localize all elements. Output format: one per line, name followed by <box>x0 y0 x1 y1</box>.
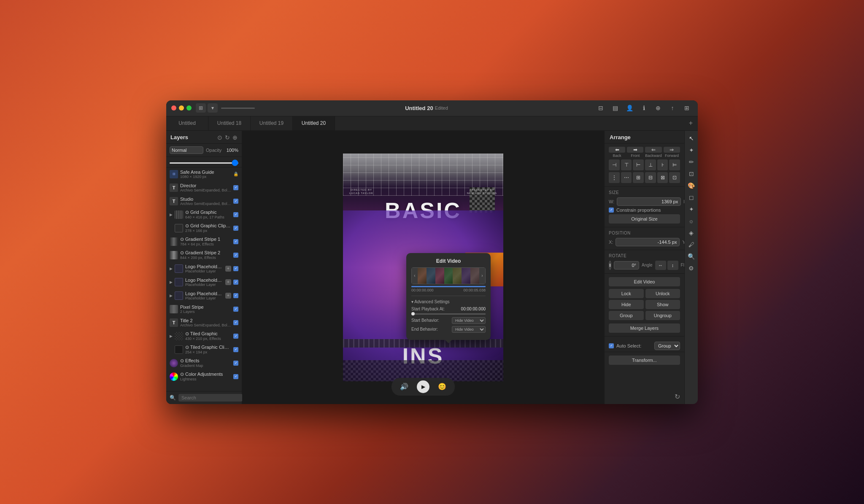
add-media-button[interactable]: ✦ <box>686 145 697 155</box>
expand-icon[interactable]: ▶ <box>170 280 173 284</box>
back-button[interactable]: ⬅ <box>609 147 625 153</box>
blend-mode-select[interactable]: Normal <box>170 146 203 154</box>
layer-item-color-adjustments[interactable]: ⊙ Color Adjustments Lightness ✓ <box>166 370 242 383</box>
merge-layers-button[interactable]: Merge Layers <box>609 323 680 333</box>
show-button[interactable]: Show <box>645 300 680 309</box>
arrow-tool-button[interactable]: ↖ <box>686 133 697 143</box>
erase-tool-button[interactable]: ◻ <box>686 192 697 202</box>
align-bottom-button[interactable]: ⊨ <box>669 159 680 170</box>
film-progress-bar[interactable] <box>411 286 486 287</box>
end-behavior-select[interactable]: Hide Video <box>452 326 486 333</box>
refresh-icon-button[interactable]: ↻ <box>670 389 684 404</box>
volume-button[interactable]: 🔊 <box>400 383 408 391</box>
flip-horizontal-button[interactable]: ↔ <box>655 261 666 270</box>
user-icon-button[interactable]: 👤 <box>624 103 635 113</box>
ungroup-button[interactable]: Ungroup <box>645 311 680 320</box>
layer-item-director[interactable]: T Director Archivo SemiExpanded, Bold...… <box>166 181 242 194</box>
export-icon-button[interactable]: ↑ <box>667 103 678 113</box>
dist-fill-button[interactable]: ⊟ <box>645 172 656 183</box>
view-options-button[interactable]: ▾ <box>208 103 218 113</box>
close-button[interactable] <box>171 105 176 111</box>
expand-icon[interactable]: ▶ <box>170 213 173 217</box>
film-prev-button[interactable]: ‹ <box>412 268 418 284</box>
dist-even-button[interactable]: ⊞ <box>633 172 644 183</box>
layers-filter-icon[interactable]: ⊙ <box>217 134 222 141</box>
width-input[interactable] <box>617 197 681 206</box>
film-next-button[interactable]: › <box>479 268 485 284</box>
layers-refresh-icon[interactable]: ↻ <box>225 134 230 141</box>
paint-tool-button[interactable]: 🎨 <box>686 181 697 191</box>
layer-item-pixel-stripe[interactable]: Pixel Stripe 2 Layers ✓ <box>166 302 242 316</box>
layer-item-safe-area[interactable]: ⊟ Safe Area Guide 1080 × 1920 px 🔒 <box>166 167 242 181</box>
layers-search-input[interactable] <box>178 394 243 402</box>
align-top-button[interactable]: ⊥ <box>645 159 656 170</box>
layer-item-grid-graphic[interactable]: ▶ ⊙ Grid Graphic 640 × 416 px, 17 Paths … <box>166 208 242 221</box>
layer-add-icon[interactable]: + <box>225 279 231 285</box>
layer-add-icon[interactable]: + <box>225 266 231 272</box>
forward-button[interactable]: ⇒ <box>664 147 680 153</box>
tab-untitled-18[interactable]: Untitled 18 <box>208 116 251 130</box>
playhead-slider[interactable] <box>411 313 486 315</box>
inspect-icon-button[interactable]: ▤ <box>609 103 621 113</box>
original-size-button[interactable]: Original Size <box>609 214 680 224</box>
layer-item-studio[interactable]: T Studio Archivo SemiExpanded, Bold... ✓ <box>166 194 242 208</box>
x-input[interactable] <box>616 238 680 246</box>
layer-item-effects[interactable]: ⊙ Effects Gradient Map ✓ <box>166 356 242 370</box>
info-icon-button[interactable]: ℹ <box>638 103 650 113</box>
play-button[interactable]: ▶ <box>417 380 429 393</box>
align-center-v-button[interactable]: ⊦ <box>657 159 668 170</box>
layer-item-grid-clipping[interactable]: ⊙ Grid Graphic Clipping... 278 × 166 px … <box>166 221 242 235</box>
tab-untitled-20[interactable]: Untitled 20 <box>293 116 335 130</box>
layer-item-logo-2[interactable]: ▶ Logo Placeholder 2... Placeholder Laye… <box>166 275 242 289</box>
layer-add-icon[interactable]: + <box>225 293 231 299</box>
layer-item-logo-3[interactable]: ▶ Logo Placeholder 3... Placeholder Laye… <box>166 289 242 302</box>
draw-tool-button[interactable]: ✏ <box>686 157 697 167</box>
align-right-button[interactable]: ⊢ <box>633 159 644 170</box>
front-button[interactable]: ➡ <box>627 147 643 153</box>
dist-h-button[interactable]: ⋮ <box>609 172 620 183</box>
expand-icon[interactable]: ▶ <box>170 334 173 338</box>
sidebar-toggle-button[interactable]: ⊞ <box>196 103 206 113</box>
flip-vertical-button[interactable]: ↕ <box>667 261 678 270</box>
canvas-area[interactable]: DIRECTED BYLUCAS TAYLOR PRESENTED BYNEW … <box>242 131 604 404</box>
layer-item-tiled-clipping[interactable]: ⊙ Tiled Graphic Clippi... 254 × 194 px ✓ <box>166 343 242 356</box>
auto-select-dropdown[interactable]: Group <box>654 342 680 350</box>
emoji-button[interactable]: 😊 <box>438 383 446 391</box>
expand-icon[interactable]: ▶ <box>170 267 173 271</box>
share-icon-button[interactable]: ⊕ <box>652 103 664 113</box>
start-behavior-select[interactable]: Hide Video <box>452 317 486 324</box>
advanced-settings-toggle[interactable]: ▾ Advanced Settings <box>411 299 486 304</box>
dist-v-button[interactable]: ⋯ <box>621 172 632 183</box>
layer-item-gradient-stripe-1[interactable]: ⊙ Gradient Stripe 1 784 × 64 px, Effects… <box>166 235 242 248</box>
layer-item-gradient-stripe-2[interactable]: ⊙ Gradient Stripe 2 844 × 200 px, Effect… <box>166 248 242 262</box>
hide-button[interactable]: Hide <box>609 300 644 309</box>
transform-button[interactable]: Transform... <box>609 356 680 365</box>
align-left-button[interactable]: ⊣ <box>609 159 620 170</box>
tab-add-button[interactable]: + <box>684 116 698 130</box>
zoom-slider[interactable] <box>221 108 255 109</box>
zoom-tool-button[interactable]: 🔍 <box>686 251 697 261</box>
brightness-tool-button[interactable]: ☼ <box>686 216 697 226</box>
layer-item-logo-1[interactable]: ▶ Logo Placeholder 1... Placeholder Laye… <box>166 262 242 275</box>
layer-item-tiled-graphic[interactable]: ▶ ⊙ Tiled Graphic 430 × 210 px, Effects … <box>166 329 242 343</box>
expand-icon[interactable]: ▶ <box>170 294 173 298</box>
layers-add-icon[interactable]: ⊕ <box>232 134 238 141</box>
maximize-button[interactable] <box>186 105 192 111</box>
align-center-h-button[interactable]: ⊤ <box>621 159 632 170</box>
pixel-align-button[interactable]: ⊡ <box>669 172 680 183</box>
filter-tool-button[interactable]: ◈ <box>686 228 697 238</box>
layer-item-title2[interactable]: T Title 2 Archivo SemiExpanded, Bold... … <box>166 316 242 329</box>
unlock-button[interactable]: Unlock <box>645 289 680 298</box>
edit-video-button[interactable]: Edit Video <box>609 277 680 286</box>
minimize-button[interactable] <box>179 105 184 111</box>
group-button[interactable]: Group <box>609 311 644 320</box>
canvas-align-button[interactable]: ⊠ <box>657 172 668 183</box>
angle-input[interactable] <box>614 261 639 270</box>
color-tool-button[interactable]: 🖋 <box>686 240 697 250</box>
fullscreen-icon-button[interactable]: ⊞ <box>681 103 693 113</box>
lock-button[interactable]: Lock <box>609 289 644 298</box>
tab-untitled-19[interactable]: Untitled 19 <box>251 116 293 130</box>
angle-dial[interactable] <box>609 261 611 270</box>
effects-tool-button[interactable]: ✦ <box>686 204 697 214</box>
tab-untitled[interactable]: Untitled <box>166 116 208 130</box>
